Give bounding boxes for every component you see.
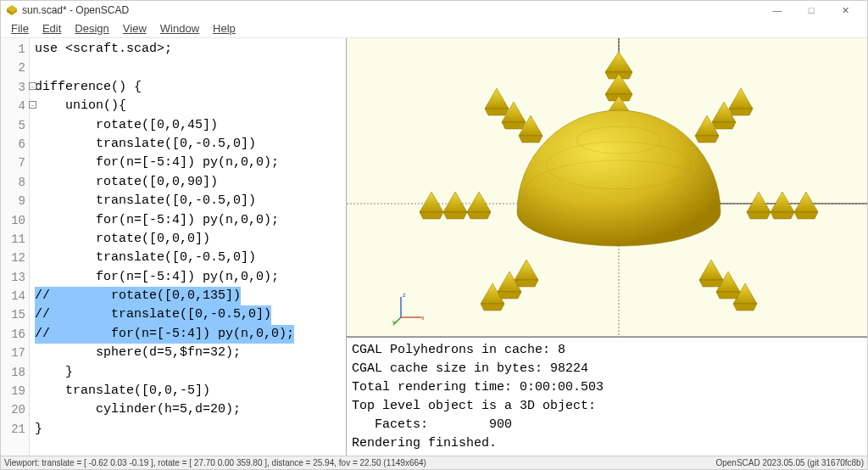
sun-model [420,52,818,311]
console-line: CGAL Polyhedrons in cache: 8 [352,341,862,360]
3d-viewport[interactable]: z x y [347,38,867,337]
svg-marker-38 [733,304,757,311]
line-number: 17 [1,344,29,362]
code-line[interactable]: use <scraft.scad>; [35,40,342,59]
console-line: Facets: 900 [352,416,862,434]
svg-marker-24 [467,212,491,219]
code-line[interactable]: translate([0,-0.5,0]) [35,135,342,154]
code-line[interactable]: } [35,420,342,439]
line-number-gutter: 123-4-56789101112131415161718192021 [1,38,30,456]
line-number: 12 [1,249,29,267]
code-line[interactable]: translate([0,0,-5]) [35,382,342,400]
line-number: 2 [1,59,29,77]
svg-text:x: x [421,315,425,321]
axes-indicator: z x y [392,292,426,326]
svg-marker-15 [771,192,794,212]
code-line[interactable]: translate([0,-0.5,0]) [35,192,342,210]
menu-file[interactable]: File [4,20,36,36]
code-line[interactable]: rotate([0,0,90]) [35,173,342,192]
svg-marker-13 [794,192,818,212]
console-output[interactable]: CGAL Polyhedrons in cache: 8CGAL cache s… [347,337,867,456]
line-number: 9 [1,192,29,210]
svg-marker-32 [485,109,509,115]
code-line[interactable]: rotate([0,0,0]) [35,230,342,249]
svg-marker-42 [699,280,723,287]
svg-marker-31 [485,88,509,109]
line-number: 15 [1,305,29,324]
line-number: 8 [1,173,29,192]
code-line[interactable]: rotate([0,0,45]) [35,116,342,135]
editor-pane: 123-4-56789101112131415161718192021 use … [1,38,347,456]
code-line[interactable]: for(n=[-5:4]) py(n,0,0); [35,268,342,287]
menu-edit[interactable]: Edit [36,20,68,36]
menu-window[interactable]: Window [153,20,206,36]
menu-help[interactable]: Help [206,20,242,36]
code-line[interactable] [35,59,342,77]
menubar: File Edit Design View Window Help [1,20,867,38]
code-line[interactable]: } [35,363,342,382]
line-number: 1 [1,40,29,59]
svg-marker-34 [502,122,526,129]
status-left: Viewport: translate = [ -0.62 0.03 -0.19… [4,458,426,467]
line-number: 5 [1,116,29,135]
line-number: 6 [1,135,29,154]
menu-view[interactable]: View [116,20,153,36]
svg-marker-7 [605,52,632,72]
titlebar: sun.scad* - OpenSCAD — □ ✕ [1,1,867,20]
right-pane: z x y CGAL Polyhedrons in cache: 8CGAL c… [347,38,867,456]
svg-marker-20 [420,212,443,219]
console-line: CGAL cache size in bytes: 98224 [352,360,862,378]
svg-text:z: z [403,292,406,298]
svg-marker-22 [443,212,467,219]
code-line[interactable]: // for(n=[-5:4]) py(n,0,0); [35,325,342,344]
svg-marker-16 [771,212,794,219]
menu-design[interactable]: Design [68,20,115,36]
line-number: 19 [1,382,29,400]
code-line[interactable]: for(n=[-5:4]) py(n,0,0); [35,211,342,230]
status-right: OpenSCAD 2023.05.05 (git 31670fc8b) [715,458,864,467]
svg-marker-21 [443,192,467,212]
statusbar: Viewport: translate = [ -0.62 0.03 -0.19… [1,456,867,469]
svg-marker-44 [481,304,504,311]
line-number: 14 [1,287,29,305]
line-number: 4- [1,97,29,115]
svg-marker-48 [515,280,538,287]
maximize-button[interactable]: □ [794,1,828,20]
line-number: 18 [1,363,29,382]
svg-marker-47 [515,260,538,280]
line-number: 11 [1,230,29,249]
line-number: 16 [1,325,29,344]
line-number: 20 [1,400,29,419]
line-number: 13 [1,268,29,287]
svg-marker-26 [729,109,753,115]
svg-marker-25 [729,88,753,109]
svg-marker-14 [794,212,818,219]
svg-marker-46 [498,292,521,299]
svg-marker-19 [420,192,443,212]
code-line[interactable]: sphere(d=5,$fn=32); [35,344,342,362]
app-window: sun.scad* - OpenSCAD — □ ✕ File Edit Des… [0,0,868,470]
code-line[interactable]: difference() { [35,78,342,97]
line-number: 3- [1,78,29,97]
code-line[interactable]: union(){ [35,97,342,115]
app-icon [6,4,18,16]
svg-marker-30 [695,136,719,143]
fold-toggle[interactable]: - [29,101,36,109]
console-line: Top level object is a 3D object: [352,397,862,416]
code-line[interactable]: // rotate([0,0,135]) [35,287,342,305]
svg-marker-40 [716,292,740,299]
close-button[interactable]: ✕ [828,1,862,20]
code-line[interactable]: cylinder(h=5,d=20); [35,400,342,419]
code-editor[interactable]: use <scraft.scad>;difference() { union()… [30,38,346,456]
svg-marker-18 [747,212,771,219]
minimize-button[interactable]: — [760,1,794,20]
svg-text:y: y [392,319,396,326]
line-number: 7 [1,154,29,172]
code-line[interactable]: translate([0,-0.5,0]) [35,249,342,267]
line-number: 10 [1,211,29,230]
code-line[interactable]: // translate([0,-0.5,0]) [35,305,342,324]
code-line[interactable]: for(n=[-5:4]) py(n,0,0); [35,154,342,172]
console-line: Rendering finished. [352,434,862,453]
svg-marker-17 [747,192,771,212]
fold-toggle[interactable]: - [29,82,36,90]
